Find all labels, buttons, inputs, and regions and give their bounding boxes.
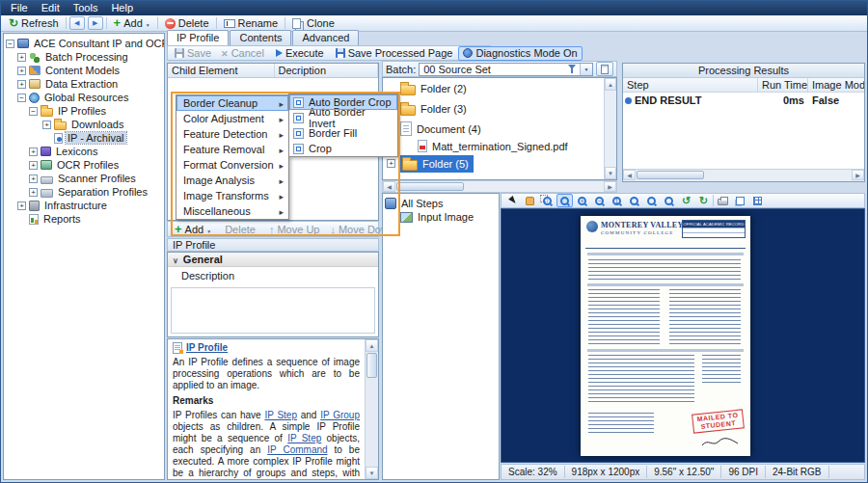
menu-item-image-analysis[interactable]: Image Analysis <box>176 173 288 188</box>
tab-contents[interactable]: Contents <box>230 30 291 45</box>
scroll-right-button[interactable] <box>604 181 616 192</box>
scroll-down-button[interactable] <box>366 467 378 479</box>
grid-view-icon[interactable] <box>749 194 766 207</box>
link-ip-command[interactable]: IP Command <box>267 444 327 455</box>
tree-item-separation-profiles[interactable]: Separation Profiles <box>4 185 164 199</box>
tree-item-ip-archival[interactable]: IP - Archival <box>4 131 164 145</box>
zoom-window-icon[interactable] <box>539 194 556 207</box>
batch-combobox[interactable]: 00 Source Set <box>419 63 593 76</box>
column-child-element[interactable]: Child Element <box>168 64 275 77</box>
column-run-time[interactable]: Run Time <box>758 78 808 92</box>
menu-edit[interactable]: Edit <box>35 1 67 15</box>
select-tool-icon[interactable] <box>504 194 521 207</box>
menu-item-crop[interactable]: Crop <box>289 141 397 156</box>
menu-item-image-transforms[interactable]: Image Transforms <box>176 188 288 203</box>
source-tree-hscrollbar[interactable] <box>382 180 617 193</box>
zoom-out-icon[interactable] <box>591 194 608 207</box>
pan-tool-icon[interactable] <box>522 194 538 207</box>
tree-item-ip-profiles[interactable]: IP Profiles <box>4 104 164 118</box>
zoom-fit-height-icon[interactable] <box>661 194 677 207</box>
tree-item-infrastructure[interactable]: Infrastructure <box>4 199 164 212</box>
move-up-button[interactable]: Move Up <box>265 222 324 236</box>
description-editor[interactable] <box>171 287 375 334</box>
menu-help[interactable]: Help <box>104 1 140 15</box>
zoom-fit-width-icon[interactable] <box>643 194 660 207</box>
expand-toggle[interactable] <box>17 94 26 102</box>
scroll-up-button[interactable] <box>366 339 378 352</box>
tree-item-data-extraction[interactable]: Data Extraction <box>4 77 164 91</box>
scroll-left-button[interactable] <box>623 170 636 180</box>
scrollbar-thumb[interactable] <box>366 353 377 378</box>
tree-item-content-models[interactable]: Content Models <box>4 64 164 77</box>
tab-ip-profile[interactable]: IP Profile <box>167 30 229 45</box>
batch-page-button[interactable] <box>596 62 613 76</box>
menu-tools[interactable]: Tools <box>67 1 105 15</box>
rename-button[interactable]: Rename <box>220 16 283 31</box>
expand-toggle[interactable] <box>6 40 14 48</box>
column-step[interactable]: Step <box>623 78 758 92</box>
expand-toggle[interactable] <box>29 148 38 156</box>
expand-toggle[interactable] <box>29 161 38 170</box>
help-title-link[interactable]: IP Profile <box>186 342 228 354</box>
menu-item-feature-detection[interactable]: Feature Detection <box>176 126 288 142</box>
zoom-actual-icon[interactable] <box>609 194 625 207</box>
result-row-end-result[interactable]: END RESULT 0ms False <box>623 93 864 107</box>
menu-item-border-cleanup[interactable]: Border Cleanup <box>176 95 288 111</box>
tree-item-batch-processing[interactable]: Batch Processing <box>4 50 164 64</box>
add-button[interactable]: Add <box>110 16 154 31</box>
link-ip-group[interactable]: IP Group <box>320 410 360 420</box>
clone-button[interactable]: Clone <box>288 16 339 31</box>
tree-item-all-steps[interactable]: All Steps <box>385 197 497 210</box>
tree-item-document-4[interactable]: Document (4) <box>383 119 616 139</box>
link-ip-step[interactable]: IP Step <box>287 433 321 443</box>
tree-item-lexicons[interactable]: Lexicons <box>4 145 164 158</box>
refresh-button[interactable]: Refresh <box>5 16 63 31</box>
diagnostics-mode-toggle[interactable]: Diagnostics Mode On <box>458 46 582 61</box>
tree-item-global-resources[interactable]: Global Resources <box>4 91 164 104</box>
zoom-in-icon[interactable] <box>574 194 590 207</box>
expand-toggle[interactable] <box>42 121 51 129</box>
scroll-down-button[interactable] <box>605 167 616 179</box>
tree-item-reports[interactable]: Reports <box>4 212 164 226</box>
expand-toggle[interactable] <box>29 188 38 197</box>
scroll-left-button[interactable] <box>383 181 395 192</box>
scroll-right-button[interactable] <box>852 170 864 180</box>
tree-item-ocr-profiles[interactable]: OCR Profiles <box>4 158 164 172</box>
tree-item-folder-2[interactable]: Folder (2) <box>383 78 616 98</box>
scrollbar-thumb[interactable] <box>637 171 704 179</box>
save-button[interactable]: Save <box>171 46 215 61</box>
link-ip-step[interactable]: IP Step <box>264 410 297 420</box>
combo-dropdown-arrow[interactable] <box>580 64 592 75</box>
column-description[interactable]: Decription <box>275 64 379 77</box>
scrollbar-thumb[interactable] <box>396 182 464 191</box>
delete-button[interactable]: Delete <box>161 16 213 31</box>
tree-item-folder-3[interactable]: Folder (3) <box>383 98 616 119</box>
help-scrollbar[interactable] <box>365 339 378 479</box>
forward-button[interactable] <box>88 16 103 30</box>
expand-toggle[interactable] <box>29 174 38 183</box>
expand-toggle[interactable] <box>387 159 395 168</box>
tree-item-pdf[interactable]: Matt_termination_Signed.pdf <box>383 139 616 153</box>
image-viewer-canvas[interactable]: MONTEREY VALLEY COMMUNITY COLLEGE OFFICI… <box>501 208 865 463</box>
column-image-modified[interactable]: Image Modified <box>808 78 864 92</box>
menu-item-color-adjustment[interactable]: Color Adjustment <box>176 111 288 126</box>
tree-item-downloads[interactable]: Downloads <box>4 118 164 131</box>
menu-item-auto-border-invert[interactable]: Auto Border Invert <box>289 110 397 125</box>
menu-item-format-conversion[interactable]: Format Conversion <box>176 157 288 173</box>
tree-item-input-image[interactable]: Input Image <box>385 210 497 224</box>
menu-item-feature-removal[interactable]: Feature Removal <box>176 142 288 157</box>
cancel-button[interactable]: Cancel <box>217 46 268 61</box>
zoom-fit-icon[interactable] <box>626 194 642 207</box>
expand-toggle[interactable] <box>17 67 26 75</box>
expand-toggle[interactable] <box>17 53 26 62</box>
results-hscrollbar[interactable] <box>623 169 864 181</box>
magnifier-icon[interactable] <box>556 194 573 207</box>
delete-step-button[interactable]: Delete <box>221 222 259 236</box>
add-step-button[interactable]: Add <box>171 222 215 236</box>
menu-item-miscellaneous[interactable]: Miscellaneous <box>176 203 288 219</box>
save-processed-page-button[interactable]: Save Processed Page <box>332 46 457 61</box>
back-button[interactable] <box>69 16 85 30</box>
section-general[interactable]: General <box>168 253 378 267</box>
execute-button[interactable]: Execute <box>272 46 328 61</box>
rotate-ccw-icon[interactable] <box>678 194 694 207</box>
